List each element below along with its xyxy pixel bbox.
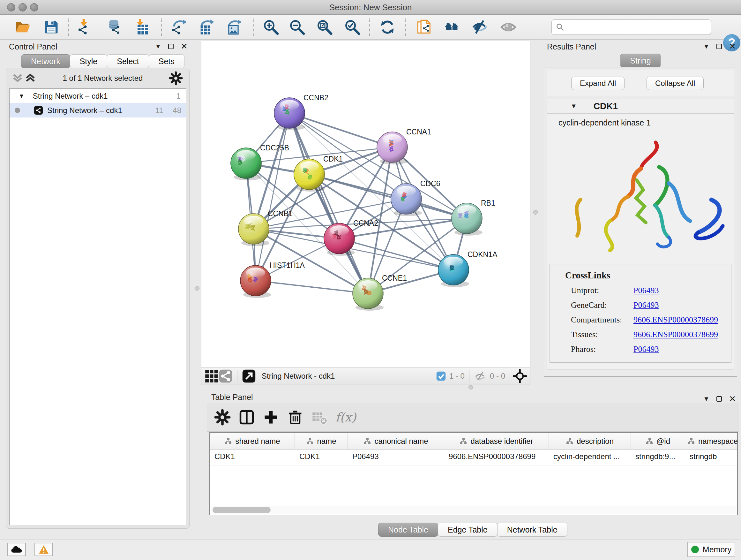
collapse-all-button[interactable]: Collapse All <box>647 77 704 90</box>
warnings-button[interactable] <box>35 543 53 556</box>
open-session-icon[interactable] <box>12 18 33 37</box>
table-row[interactable]: CDK1CDK1P064939606.ENSP00000378699cyclin… <box>210 449 737 465</box>
memory-button[interactable]: Memory <box>687 542 735 557</box>
import-network-icon[interactable] <box>74 18 94 37</box>
crosslink-link[interactable]: P06493 <box>633 286 659 295</box>
crosslink-link[interactable]: 9606.ENSP00000378699 <box>633 330 718 339</box>
node-HIST1H1A[interactable] <box>240 265 271 298</box>
bottom-splitter-handle[interactable] <box>468 385 473 389</box>
node-CDC6[interactable] <box>391 184 422 216</box>
column-header-namespace[interactable]: namespace <box>685 433 740 449</box>
share-file-icon[interactable] <box>414 18 434 37</box>
delete-column-icon[interactable] <box>287 409 304 426</box>
open-in-new-window-icon[interactable] <box>242 369 256 383</box>
current-network-dot-icon <box>15 108 20 113</box>
hide-panel-icon[interactable] <box>469 18 490 37</box>
table-horizontal-scrollbar <box>211 506 737 514</box>
tab-node-table[interactable]: Node Table <box>378 523 438 537</box>
function-builder-icon[interactable]: f(x) <box>335 410 356 424</box>
collapse-all-networks-icon[interactable] <box>11 73 24 84</box>
float-panel-icon[interactable] <box>717 396 722 401</box>
network-label: String Network – cdk1 <box>47 106 122 115</box>
node-CDKN1A[interactable] <box>438 254 469 287</box>
crosslink-label: Pharos: <box>571 345 633 354</box>
crosslink-link[interactable]: 9606.ENSP00000378699 <box>633 315 718 325</box>
section-collapse-icon[interactable]: ▼ <box>570 103 577 110</box>
close-panel-icon[interactable]: ✕ <box>729 395 736 403</box>
zoom-out-icon[interactable] <box>287 18 307 37</box>
zoom-in-icon[interactable] <box>261 18 281 37</box>
grid-view-icon[interactable] <box>205 369 219 383</box>
column-header-canonical-name[interactable]: canonical name <box>348 433 444 449</box>
column-header-shared-name[interactable]: shared name <box>210 433 295 449</box>
network-list: ▼ String Network – cdk1 1 String Network… <box>9 88 186 525</box>
gene-section-header[interactable]: ▼ CDK1 <box>547 99 734 114</box>
selected-checkbox-icon[interactable] <box>436 371 446 381</box>
left-splitter-handle[interactable] <box>195 286 199 291</box>
show-columns-icon[interactable] <box>239 409 255 426</box>
close-panel-icon[interactable]: ✕ <box>729 42 736 51</box>
zoom-selected-icon[interactable] <box>342 18 362 37</box>
import-database-icon[interactable] <box>105 18 125 37</box>
column-header-database-identifier[interactable]: database identifier <box>444 433 549 449</box>
tab-string[interactable]: String <box>620 54 661 68</box>
scrollbar-thumb[interactable] <box>212 507 271 513</box>
network-options-gear-icon[interactable] <box>169 71 183 85</box>
tab-select[interactable]: Select <box>107 54 149 68</box>
delete-table-icon[interactable] <box>311 409 328 426</box>
tab-style[interactable]: Style <box>70 54 108 68</box>
collapse-panel-icon[interactable]: ▼ <box>703 395 710 402</box>
toolbar-divider <box>237 370 238 382</box>
expand-all-button[interactable]: Expand All <box>571 77 624 90</box>
export-network-icon[interactable] <box>169 18 189 37</box>
create-column-icon[interactable] <box>263 409 279 426</box>
show-panel-icon[interactable] <box>498 18 519 37</box>
float-panel-icon[interactable] <box>717 44 722 49</box>
gene-name: CDK1 <box>594 101 618 111</box>
right-splitter-handle[interactable] <box>533 210 538 214</box>
crosslink-link[interactable]: P06493 <box>633 345 659 354</box>
import-table-icon[interactable] <box>131 18 151 37</box>
refresh-icon[interactable] <box>377 18 398 37</box>
collapse-panel-icon[interactable]: ▼ <box>155 43 161 50</box>
tab-edge-table[interactable]: Edge Table <box>438 523 497 537</box>
network-row-selected[interactable]: String Network – cdk1 11 48 <box>10 103 186 118</box>
zoom-fit-icon[interactable] <box>314 18 335 37</box>
node-RB1[interactable] <box>452 203 482 236</box>
network-collection-row[interactable]: ▼ String Network – cdk1 1 <box>10 89 186 103</box>
table-options-gear-icon[interactable] <box>214 409 231 426</box>
string-network-icon <box>34 106 43 115</box>
birds-eye-view-icon[interactable] <box>513 369 527 383</box>
tab-network-table[interactable]: Network Table <box>497 523 567 537</box>
control-panel-title: Control Panel <box>9 42 57 51</box>
crosslink-link[interactable]: P06493 <box>633 300 659 310</box>
cloud-status-button[interactable] <box>7 543 26 556</box>
expand-all-networks-icon[interactable] <box>24 73 37 84</box>
float-panel-icon[interactable] <box>168 44 174 49</box>
save-session-icon[interactable] <box>41 18 62 37</box>
column-header-name[interactable]: name <box>295 433 348 449</box>
home-icon[interactable] <box>442 18 462 37</box>
node-CCNE1[interactable] <box>353 278 384 311</box>
node-CDK1[interactable] <box>294 159 325 192</box>
table-cell: stringdb <box>685 449 740 465</box>
network-canvas[interactable]: CCNB2CCNA1CDC25BCDK1CDC6RB1CCNB1CCNA2CDK… <box>201 41 530 368</box>
node-label-RB1: RB1 <box>481 199 495 207</box>
crosslink-label: Compartments: <box>571 315 633 325</box>
tree-expand-icon[interactable]: ▼ <box>18 92 24 100</box>
close-panel-icon[interactable]: ✕ <box>181 42 188 51</box>
results-buttons-box: Expand All Collapse All <box>547 70 734 96</box>
column-header-@id[interactable]: @id <box>631 433 685 449</box>
network-share-icon[interactable] <box>219 369 232 383</box>
search-input[interactable] <box>567 22 707 32</box>
toolbar-divider <box>161 18 162 36</box>
node-CCNA1[interactable] <box>377 132 408 165</box>
collapse-panel-icon[interactable]: ▼ <box>703 43 710 50</box>
node-CDC25B[interactable] <box>231 148 262 180</box>
column-header-description[interactable]: description <box>549 433 631 449</box>
export-image-icon[interactable] <box>223 18 244 37</box>
tab-sets[interactable]: Sets <box>149 54 185 68</box>
tab-network[interactable]: Network <box>21 54 70 68</box>
node-CCNB1[interactable] <box>239 213 269 246</box>
export-table-icon[interactable] <box>196 18 216 37</box>
